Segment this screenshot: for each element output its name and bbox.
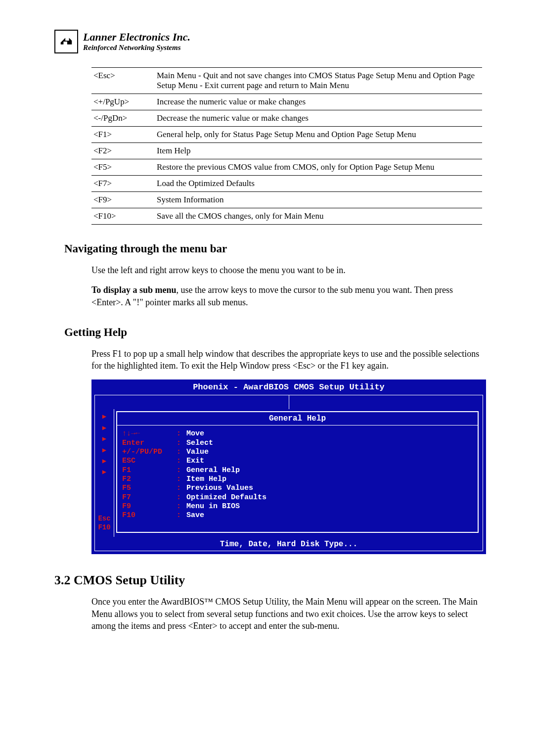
bios-help-desc: Previous Values (186, 484, 253, 493)
bios-help-key: F5 (122, 484, 177, 493)
nav-paragraph-2: To display a sub menu, use the arrow key… (91, 284, 480, 308)
hotkey-description: Decrease the numeric value or make chang… (155, 110, 482, 127)
bios-help-desc: General Help (186, 466, 240, 475)
bios-help-row: F2:Item Help (122, 475, 473, 484)
hotkey-key: <F9> (91, 192, 155, 208)
table-row: <-/PgDn>Decrease the numeric value or ma… (91, 110, 482, 127)
company-name: Lanner Electronics Inc. (83, 31, 190, 43)
table-row: <F5>Restore the previous CMOS value from… (91, 159, 482, 176)
bios-help-desc: Select (186, 439, 213, 448)
hotkey-key: <Esc> (91, 68, 155, 94)
table-row: <F9>System Information (91, 192, 482, 208)
bios-help-key: F7 (122, 493, 177, 502)
hotkey-description: Restore the previous CMOS value from CMO… (155, 159, 482, 176)
bios-help-colon: : (177, 457, 186, 466)
header-text: Lanner Electronics Inc. Reinforced Netwo… (83, 31, 190, 51)
bios-help-desc: Optimized Defaults (186, 493, 267, 502)
bios-help-desc: Menu in BIOS (186, 502, 240, 511)
nav-paragraph-2-bold: To display a sub menu (91, 285, 176, 295)
bios-help-row: F7:Optimized Defaults (122, 493, 473, 502)
submenu-marker-icon: ▶ (95, 456, 114, 467)
bios-help-colon: : (177, 511, 186, 520)
hotkey-key: <F10> (91, 208, 155, 225)
bios-help-desc: Value (186, 448, 209, 457)
hotkey-key: <F5> (91, 159, 155, 176)
hotkey-description: Save all the CMOS changes, only for Main… (155, 208, 482, 225)
hotkey-key: <-/PgDn> (91, 110, 155, 127)
bios-help-row: F9:Menu in BIOS (122, 502, 473, 511)
help-heading: Getting Help (64, 326, 485, 339)
table-row: <Esc>Main Menu - Quit and not save chang… (91, 68, 482, 94)
bios-help-desc: Exit (186, 457, 204, 466)
submenu-marker-icon: ▶ (95, 433, 114, 444)
bios-help-row: ↑↓→←:Move (122, 429, 473, 438)
bios-help-desc: Item Help (186, 475, 226, 484)
cmos-paragraph: Once you enter the AwardBIOS™ CMOS Setup… (91, 596, 480, 632)
hotkey-key: <+/PgUp> (91, 94, 155, 110)
hotkey-key: <F7> (91, 176, 155, 192)
bios-help-desc: Move (186, 429, 204, 438)
bios-footer: Time, Date, Hard Disk Type... (95, 537, 483, 551)
submenu-marker-icon: ▶ (95, 445, 114, 456)
bios-help-colon: : (177, 493, 186, 502)
bios-help-row: +/-/PU/PD:Value (122, 448, 473, 457)
nav-heading: Navigating through the menu bar (64, 242, 485, 255)
hotkey-key: <F2> (91, 143, 155, 159)
bios-help-key: F1 (122, 466, 177, 475)
table-row: <F2>Item Help (91, 143, 482, 159)
hotkey-description: Item Help (155, 143, 482, 159)
bios-help-colon: : (177, 448, 186, 457)
hotkey-description: Load the Optimized Defaults (155, 176, 482, 192)
hotkey-description: System Information (155, 192, 482, 208)
company-tagline: Reinforced Networking Systems (83, 44, 190, 52)
bios-help-key: F10 (122, 511, 177, 520)
bios-help-colon: : (177, 466, 186, 475)
bios-help-colon: : (177, 484, 186, 493)
bios-help-key: +/-/PU/PD (122, 448, 177, 457)
bios-help-row: F1:General Help (122, 466, 473, 475)
table-row: <F1>General help, only for Status Page S… (91, 127, 482, 143)
bios-help-row: ESC:Exit (122, 457, 473, 466)
bios-help-key: ↑↓→← (122, 429, 177, 438)
table-row: <F10>Save all the CMOS changes, only for… (91, 208, 482, 225)
bios-help-title: General Help (117, 412, 478, 425)
bios-help-row: F5:Previous Values (122, 484, 473, 493)
hotkey-key: <F1> (91, 127, 155, 143)
table-row: <+/PgUp>Increase the numeric value or ma… (91, 94, 482, 110)
bios-help-row: Enter:Select (122, 439, 473, 448)
bios-left-column: ▶ ▶ ▶ ▶ ▶ ▶ Esc F10 (95, 409, 114, 537)
bios-help-box: General Help ↑↓→←:MoveEnter:Select+/-/PU… (116, 411, 479, 533)
bios-help-colon: : (177, 439, 186, 448)
bios-help-colon: : (177, 475, 186, 484)
bios-help-key: F9 (122, 502, 177, 511)
hotkey-table: <Esc>Main Menu - Quit and not save chang… (91, 67, 482, 225)
submenu-marker-icon: ▶ (95, 423, 114, 433)
bios-f10-label: F10 (95, 523, 114, 532)
bios-help-colon: : (177, 429, 186, 438)
bios-screenshot: Phoenix - AwardBIOS CMOS Setup Utility ▶… (91, 379, 486, 554)
help-paragraph: Press F1 to pop up a small help window t… (91, 348, 480, 372)
hotkey-description: Increase the numeric value or make chang… (155, 94, 482, 110)
cmos-heading: 3.2 CMOS Setup Utility (54, 573, 485, 588)
hotkey-description: General help, only for Status Page Setup… (155, 127, 482, 143)
bios-title: Phoenix - AwardBIOS CMOS Setup Utility (93, 381, 484, 394)
table-row: <F7>Load the Optimized Defaults (91, 176, 482, 192)
bios-help-key: Enter (122, 439, 177, 448)
bios-help-row: F10:Save (122, 511, 473, 520)
bios-esc-label: Esc (95, 515, 114, 523)
page-header: Lanner Electronics Inc. Reinforced Netwo… (54, 30, 485, 53)
bios-help-colon: : (177, 502, 186, 511)
nav-paragraph-1: Use the left and right arrow keys to cho… (91, 264, 480, 276)
bios-help-desc: Save (186, 511, 204, 520)
lanner-logo-icon (54, 30, 78, 53)
hotkey-description: Main Menu - Quit and not save changes in… (155, 68, 482, 94)
submenu-marker-icon: ▶ (95, 467, 114, 477)
bios-help-key: F2 (122, 475, 177, 484)
submenu-marker-icon: ▶ (95, 411, 114, 422)
bios-help-key: ESC (122, 457, 177, 466)
